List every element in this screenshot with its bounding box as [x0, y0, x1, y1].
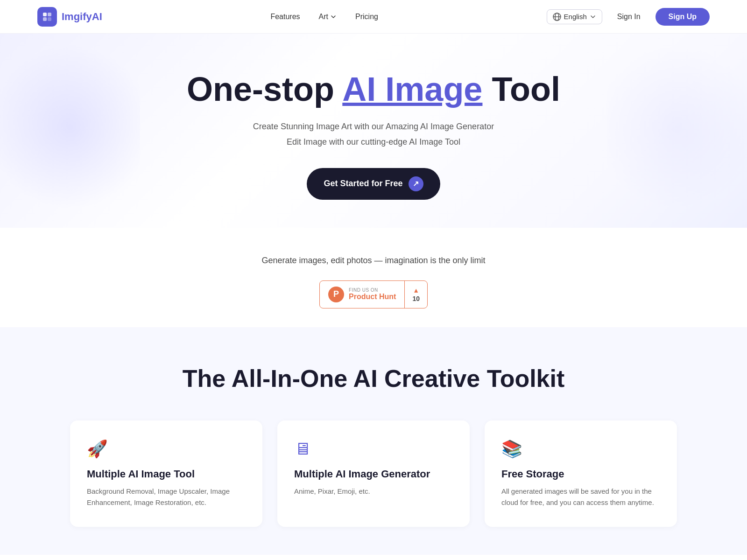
chevron-down-icon [590, 14, 596, 20]
ph-find-us-text: FIND US ON [349, 287, 396, 293]
hero-title: One-stop AI Image Tool [37, 71, 710, 108]
svg-rect-3 [48, 17, 51, 21]
logo-icon [37, 7, 57, 27]
card-desc-0: Background Removal, Image Upscaler, Imag… [87, 486, 246, 508]
product-hunt-badge[interactable]: P FIND US ON Product Hunt ▲ 10 [319, 280, 428, 308]
toolkit-title: The All-In-One AI Creative Toolkit [37, 364, 710, 392]
hero-subtitle: Create Stunning Image Art with our Amazi… [37, 119, 710, 149]
chevron-down-icon [330, 14, 337, 20]
nav-right: English Sign In Sign Up [547, 8, 710, 26]
cards-grid: 🚀 Multiple AI Image Tool Background Remo… [70, 420, 677, 527]
nav-features[interactable]: Features [270, 13, 300, 21]
card-free-storage: 📚 Free Storage All generated images will… [485, 420, 677, 527]
generate-section: Generate images, edit photos — imaginati… [0, 228, 747, 327]
card-title-2: Free Storage [501, 468, 660, 480]
signup-button[interactable]: Sign Up [655, 8, 710, 26]
storage-icon: 📚 [501, 439, 660, 459]
svg-rect-1 [48, 13, 51, 16]
signin-button[interactable]: Sign In [610, 9, 648, 25]
ph-left: P FIND US ON Product Hunt [320, 281, 404, 308]
nav-pricing[interactable]: Pricing [355, 13, 378, 21]
arrow-icon: ↗ [409, 176, 423, 191]
ph-upvote-icon: ▲ [413, 287, 419, 294]
monitor-icon: 🖥 [294, 439, 453, 459]
hero-section: One-stop AI Image Tool Create Stunning I… [0, 34, 747, 228]
nav-art[interactable]: Art [319, 13, 337, 21]
nav-links: Features Art Pricing [270, 13, 378, 21]
card-ai-image-tool: 🚀 Multiple AI Image Tool Background Remo… [70, 420, 262, 527]
card-desc-2: All generated images will be saved for y… [501, 486, 660, 508]
navbar: ImgifyAI Features Art Pricing English Si… [0, 0, 747, 34]
card-desc-1: Anime, Pixar, Emoji, etc. [294, 486, 453, 497]
card-title-0: Multiple AI Image Tool [87, 468, 246, 480]
card-ai-image-generator: 🖥 Multiple AI Image Generator Anime, Pix… [277, 420, 470, 527]
globe-icon [553, 13, 561, 21]
ph-vote-section: ▲ 10 [404, 281, 427, 308]
language-label: English [564, 13, 587, 21]
ph-product-hunt-label: Product Hunt [349, 293, 396, 301]
cta-button[interactable]: Get Started for Free ↗ [307, 168, 440, 200]
svg-rect-0 [43, 13, 47, 16]
generate-text: Generate images, edit photos — imaginati… [37, 256, 710, 266]
language-selector[interactable]: English [547, 9, 602, 24]
ph-count: 10 [412, 295, 420, 302]
toolkit-section: The All-In-One AI Creative Toolkit 🚀 Mul… [0, 327, 747, 555]
logo-text: ImgifyAI [62, 11, 102, 23]
svg-rect-2 [43, 17, 47, 21]
logo[interactable]: ImgifyAI [37, 7, 102, 27]
card-title-1: Multiple AI Image Generator [294, 468, 453, 480]
ph-logo: P [328, 287, 344, 302]
rocket-icon: 🚀 [87, 439, 246, 459]
